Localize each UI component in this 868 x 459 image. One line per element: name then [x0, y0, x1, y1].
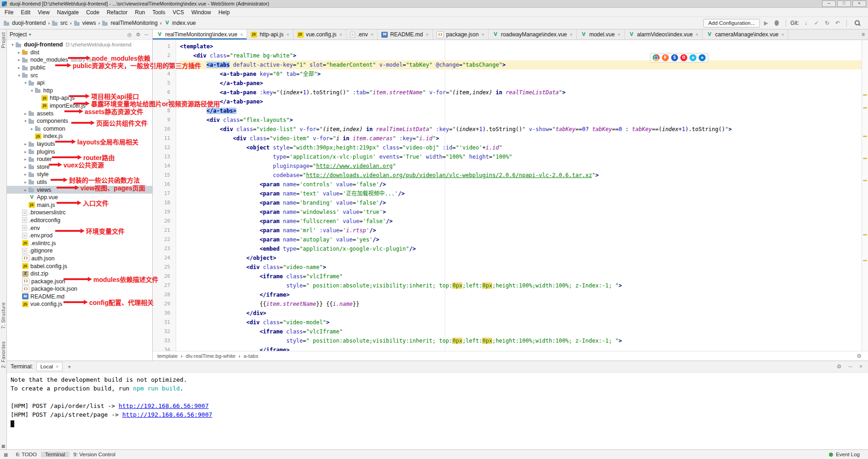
add-configuration-button[interactable]: Add Configuration... — [703, 19, 760, 28]
code-line-9[interactable]: <div class="flex-layouts"> — [180, 115, 862, 125]
code-line-14[interactable]: pluginspage="http://www.videolan.org" — [180, 161, 862, 171]
menu-item-refactor[interactable]: Refactor — [103, 9, 131, 16]
tab-close-icon[interactable]: × — [240, 32, 243, 37]
git-update-icon[interactable]: ↓ — [801, 20, 811, 26]
safari-icon[interactable]: S — [671, 54, 678, 61]
tool-button-project[interactable]: Project — [1, 32, 6, 48]
menu-item-tools[interactable]: Tools — [149, 9, 169, 16]
menu-item-view[interactable]: View — [34, 9, 53, 16]
code-line-11[interactable]: <div class="video-item" v-for="i in item… — [180, 134, 862, 143]
ie-icon[interactable]: e — [690, 54, 696, 61]
line-number[interactable]: 27 — [153, 281, 176, 290]
tree-expand-arrow[interactable]: ▸ — [16, 50, 22, 55]
stripe-mark[interactable] — [863, 94, 867, 96]
chevron-down-icon[interactable]: ▼ — [28, 33, 32, 37]
minimize-button[interactable]: ─ — [822, 0, 836, 7]
line-number[interactable]: 9 — [153, 115, 176, 125]
code-line-22[interactable]: <param name='autoplay' value='yes'/> — [180, 235, 862, 244]
new-terminal-session-icon[interactable]: + — [66, 363, 73, 370]
tool-window-switcher-icon[interactable]: ▦ — [1, 444, 6, 448]
menu-item-window[interactable]: Window — [188, 9, 215, 16]
line-number[interactable]: 13 — [153, 152, 176, 161]
git-rollback-icon[interactable]: ↶ — [833, 20, 842, 26]
terminal-settings-gear-icon[interactable]: ⚙ — [835, 363, 844, 370]
tree-item-src[interactable]: ▾src — [7, 71, 152, 79]
stripe-mark[interactable] — [863, 234, 867, 235]
tree-item-assets[interactable]: ▸assets — [7, 109, 152, 117]
line-number[interactable]: 10 — [153, 125, 176, 134]
line-number[interactable]: 30 — [153, 309, 176, 318]
firefox-icon[interactable]: F — [662, 54, 669, 61]
code-line-12[interactable]: <object style="width:390px;height:219px"… — [180, 143, 862, 152]
tab-close-icon[interactable]: × — [371, 32, 374, 37]
line-number[interactable]: 32 — [153, 327, 176, 336]
line-number[interactable]: 26 — [153, 272, 176, 281]
tree-item-dist.zip[interactable]: Zdist.zip — [7, 270, 152, 278]
tab-close-icon[interactable]: × — [286, 32, 289, 37]
terminal-tab-local[interactable]: Local × — [36, 362, 63, 371]
stripe-mark[interactable] — [863, 107, 867, 109]
code-line-10[interactable]: <div class="video-list" v-for="(item,ind… — [180, 125, 862, 134]
code-line-27[interactable]: style=" position:absolute;visibility:inh… — [180, 281, 862, 290]
tree-expand-arrow[interactable]: ▸ — [16, 57, 22, 62]
terminal-tab-close-icon[interactable]: × — [56, 364, 58, 369]
breadcrumb-settings-gear-icon[interactable]: ⚙ — [855, 353, 863, 359]
line-number[interactable]: 25 — [153, 263, 176, 272]
code-line-1[interactable]: <template> — [180, 42, 862, 51]
line-number[interactable]: 33 — [153, 336, 176, 345]
tool-button-structure[interactable]: 7: Structure — [1, 302, 6, 329]
tree-item-.browserslistrc[interactable]: .browserslistrc — [7, 209, 152, 217]
toolbar-breadcrumb[interactable]: src — [52, 20, 68, 26]
event-log-button[interactable]: Event Log — [836, 452, 860, 457]
code-line-20[interactable]: <param name='fullscreen' value='false'/> — [180, 217, 862, 226]
code-line-25[interactable]: <div class="video-name"> — [180, 263, 862, 272]
terminal-link[interactable]: http://192.168.66.56:9007 — [119, 402, 209, 409]
code-line-33[interactable]: style=" position:absolute;visibility:inh… — [180, 336, 862, 345]
tree-item-node_modules[interactable]: ▸node_moduleslibrary root — [7, 56, 152, 64]
tree-item-public[interactable]: ▸public — [7, 64, 152, 72]
edge-icon[interactable]: e — [699, 54, 706, 61]
search-everywhere-icon[interactable] — [855, 20, 861, 26]
tab-roadwayManage-index.vue[interactable]: VroadwayManage\index.vue× — [489, 29, 577, 40]
tree-item-package.json[interactable]: {}package.json — [7, 277, 152, 285]
tree-item-views[interactable]: ▸views — [7, 186, 152, 194]
tree-collapse-arrow[interactable]: ▾ — [23, 119, 29, 123]
line-number[interactable]: 16 — [153, 180, 176, 189]
tool-button-favorites[interactable]: 2: Favorites — [1, 341, 6, 368]
editor-breadcrumb[interactable]: div.realTime.bg-white — [186, 353, 236, 359]
toolbar-breadcrumb[interactable]: Vindex.vue — [164, 20, 195, 26]
tree-item-App.vue[interactable]: VApp.vue — [7, 194, 152, 201]
tree-collapse-arrow[interactable]: ▾ — [29, 88, 35, 93]
tree-item-.editorconfig[interactable]: .editorconfig — [7, 217, 152, 224]
statusbar-item-9-version-control[interactable]: 9: Version Control — [69, 452, 120, 457]
code-line-13[interactable]: type='application/x-vlc-plugin' events='… — [180, 152, 862, 161]
line-number[interactable]: 21 — [153, 226, 176, 235]
stripe-mark[interactable] — [863, 136, 867, 137]
git-commit-icon[interactable]: ✓ — [812, 20, 821, 26]
tab-alarmVideos-index.vue[interactable]: ValarmVideos\index.vue× — [625, 29, 703, 40]
chrome-icon[interactable] — [653, 54, 660, 61]
code-line-29[interactable]: {{item.streetName}} {{i.name}} — [180, 299, 862, 309]
tree-item-vue.config.js[interactable]: JSvue.config.js — [7, 300, 152, 308]
run-icon[interactable]: ▶ — [761, 20, 770, 26]
line-number[interactable]: 3 — [153, 60, 176, 69]
tree-item-index.js[interactable]: JSindex.js — [7, 132, 152, 140]
terminal-close-icon[interactable]: × — [857, 363, 864, 370]
code-line-8[interactable]: </a-tabs> — [180, 106, 862, 115]
menu-item-help[interactable]: Help — [215, 9, 234, 16]
stripe-mark[interactable] — [863, 180, 867, 181]
code-line-31[interactable]: <div class="video-model"> — [180, 318, 862, 327]
tab-list-menu-icon[interactable]: ≡ — [858, 29, 868, 40]
code-line-24[interactable]: </object> — [180, 253, 862, 263]
line-number[interactable]: 28 — [153, 290, 176, 299]
tree-collapse-arrow[interactable]: ▾ — [23, 80, 29, 85]
code-line-18[interactable]: <param name='branding' value='false'/> — [180, 198, 862, 207]
line-number[interactable]: 12 — [153, 143, 176, 152]
line-number[interactable]: 18 — [153, 198, 176, 207]
line-number[interactable]: 24 — [153, 253, 176, 263]
code-line-15[interactable]: codebase="http://downloads.videolan.org/… — [180, 171, 862, 180]
code-line-30[interactable]: </div> — [180, 309, 862, 318]
menu-item-file[interactable]: File — [1, 9, 17, 16]
line-number[interactable]: 1 — [153, 42, 176, 51]
line-number[interactable]: 23 — [153, 244, 176, 253]
